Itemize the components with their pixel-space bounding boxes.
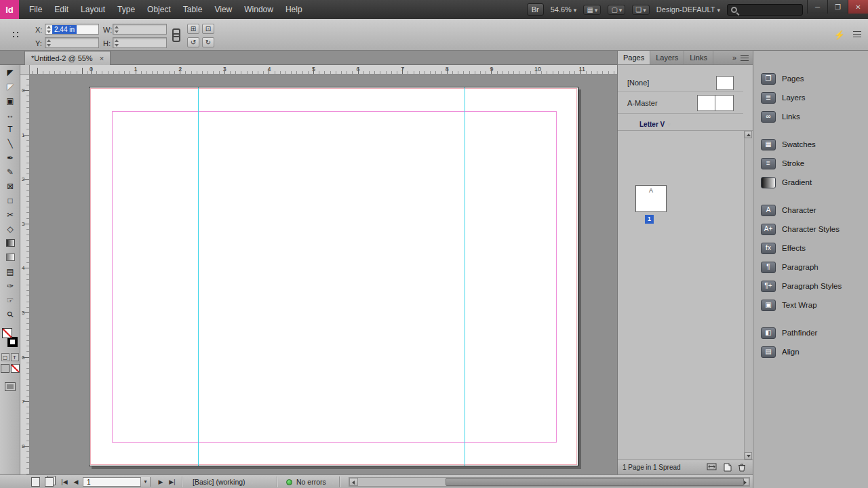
x-position-field[interactable]: 2.44 in xyxy=(45,24,99,35)
free-transform-tool[interactable]: ◇ xyxy=(0,222,20,236)
quick-apply-icon[interactable]: ⚡ xyxy=(834,30,845,40)
gradient-swatch-tool[interactable] xyxy=(0,236,20,250)
collapse-panels-icon[interactable] xyxy=(732,54,736,62)
zoom-tool[interactable]: ⚲ xyxy=(0,307,20,321)
h-scroll-thumb[interactable] xyxy=(446,478,744,486)
column-guide[interactable] xyxy=(465,87,465,466)
menu-help[interactable]: Help xyxy=(279,0,309,19)
menu-view[interactable]: View xyxy=(208,0,238,19)
bridge-button[interactable]: Br xyxy=(527,3,544,16)
fill-proxy-icon[interactable] xyxy=(2,328,12,338)
rotate-ccw-button[interactable]: ↺ xyxy=(187,37,199,47)
dock-item-text-wrap[interactable]: ▣Text Wrap xyxy=(753,296,868,314)
fit-content-button[interactable]: ⊡ xyxy=(202,24,214,34)
go-last-page-icon[interactable] xyxy=(167,478,177,486)
screen-mode-normal-button[interactable] xyxy=(5,382,16,391)
page-combo-caret-icon[interactable] xyxy=(140,477,150,487)
close-button[interactable]: ✕ xyxy=(848,0,868,14)
stepper-icon[interactable] xyxy=(115,39,119,47)
column-guide[interactable] xyxy=(198,87,199,466)
dock-item-paragraph[interactable]: ¶Paragraph xyxy=(753,258,868,277)
dock-item-character[interactable]: ACharacter xyxy=(753,201,868,220)
dock-item-paragraph-styles[interactable]: ¶+Paragraph Styles xyxy=(753,277,868,296)
dock-item-effects[interactable]: fxEffects xyxy=(753,239,868,258)
page-tool[interactable]: ▣ xyxy=(0,94,20,108)
dock-item-links[interactable]: ∞Links xyxy=(753,107,868,126)
panel-tab-links[interactable]: Links xyxy=(684,51,713,64)
line-tool[interactable]: ╲ xyxy=(0,136,20,150)
screen-mode-menu-button[interactable]: ▢ xyxy=(608,5,625,15)
delete-page-icon[interactable] xyxy=(738,463,746,472)
search-input[interactable] xyxy=(727,4,803,16)
vertical-ruler[interactable]: 012345678 xyxy=(20,75,30,474)
type-tool[interactable]: T xyxy=(0,122,20,136)
minimize-button[interactable]: ─ xyxy=(807,0,827,14)
fill-stroke-proxy[interactable] xyxy=(0,325,20,351)
panel-tab-layers[interactable]: Layers xyxy=(650,51,684,64)
height-field[interactable] xyxy=(113,37,167,48)
formatting-affects-container-button[interactable]: ▢ xyxy=(1,353,9,361)
dock-item-pages[interactable]: ❐Pages xyxy=(753,69,868,88)
document-page[interactable] xyxy=(89,87,578,466)
horizontal-ruler[interactable]: 01234567891011 xyxy=(30,65,617,75)
hand-tool[interactable]: ☞ xyxy=(0,293,20,307)
y-position-field[interactable] xyxy=(45,37,99,48)
formatting-affects-text-button[interactable]: T xyxy=(11,353,19,361)
page-number-combo[interactable]: 1 xyxy=(83,477,151,487)
menu-window[interactable]: Window xyxy=(238,0,279,19)
scroll-left-icon[interactable] xyxy=(349,478,358,486)
eyedropper-tool[interactable]: ✑ xyxy=(0,279,20,293)
stepper-icon[interactable] xyxy=(47,26,52,33)
ruler-origin-box[interactable] xyxy=(20,65,30,75)
close-tab-icon[interactable]: × xyxy=(100,54,104,62)
rotate-cw-button[interactable]: ↻ xyxy=(202,37,214,47)
pen-tool[interactable]: ✒ xyxy=(0,150,20,165)
fit-frame-button[interactable]: ⊞ xyxy=(187,24,199,34)
workspace-switcher[interactable]: Design-DEFAULT xyxy=(656,5,720,14)
page-1-number[interactable]: 1 xyxy=(645,215,654,224)
stepper-icon[interactable] xyxy=(47,39,52,47)
master-row-a-master[interactable]: A-Master xyxy=(618,93,743,114)
status-doc-icon[interactable] xyxy=(31,477,40,487)
scissors-tool[interactable]: ✂ xyxy=(0,207,20,222)
menu-type[interactable]: Type xyxy=(111,0,141,19)
dock-item-character-styles[interactable]: A+Character Styles xyxy=(753,220,868,239)
menu-edit[interactable]: Edit xyxy=(48,0,75,19)
preflight-profile-dropdown[interactable]: [Basic] (working) xyxy=(193,478,254,486)
rectangle-tool[interactable]: □ xyxy=(0,193,20,207)
go-prev-page-icon[interactable] xyxy=(71,478,81,486)
width-field[interactable] xyxy=(113,24,167,35)
apply-color-button[interactable] xyxy=(1,364,9,373)
control-panel-menu-icon[interactable] xyxy=(853,31,861,37)
restore-button[interactable]: ❐ xyxy=(827,0,848,14)
apply-none-button[interactable] xyxy=(11,364,20,373)
menu-table[interactable]: Table xyxy=(177,0,209,19)
rectangle-frame-tool[interactable]: ⊠ xyxy=(0,179,20,193)
go-first-page-icon[interactable] xyxy=(60,478,69,486)
menu-layout[interactable]: Layout xyxy=(75,0,111,19)
dock-item-layers[interactable]: ≣Layers xyxy=(753,88,868,107)
note-tool[interactable]: ▤ xyxy=(0,264,20,279)
scroll-up-icon[interactable] xyxy=(745,131,752,138)
menu-object[interactable]: Object xyxy=(141,0,177,19)
dock-item-gradient[interactable]: Gradient xyxy=(753,173,868,192)
selection-tool[interactable]: ◤ xyxy=(0,65,20,79)
stepper-icon[interactable] xyxy=(115,26,119,33)
scroll-down-icon[interactable] xyxy=(745,452,752,460)
reference-point-proxy[interactable] xyxy=(11,30,20,39)
new-page-icon[interactable] xyxy=(724,463,732,472)
constrain-proportions-icon[interactable] xyxy=(172,28,178,42)
panel-tab-pages[interactable]: Pages xyxy=(618,51,650,64)
status-spread-icon[interactable] xyxy=(45,477,54,487)
pencil-tool[interactable]: ✎ xyxy=(0,165,20,179)
page-size-dropdown[interactable]: Letter V xyxy=(639,121,671,128)
panel-menu-icon[interactable] xyxy=(741,55,749,61)
view-options-button[interactable]: ▦ xyxy=(583,5,601,15)
direct-selection-tool[interactable]: ◤ xyxy=(0,79,20,94)
stroke-proxy-icon[interactable] xyxy=(7,337,18,347)
document-tab[interactable]: *Untitled-2 @ 55% × xyxy=(24,51,111,65)
edit-page-size-icon[interactable] xyxy=(707,463,717,471)
gradient-feather-tool[interactable] xyxy=(0,250,20,264)
page-1-thumbnail[interactable]: A xyxy=(635,185,667,212)
preflight-status-dropdown[interactable]: No errors xyxy=(296,478,334,486)
